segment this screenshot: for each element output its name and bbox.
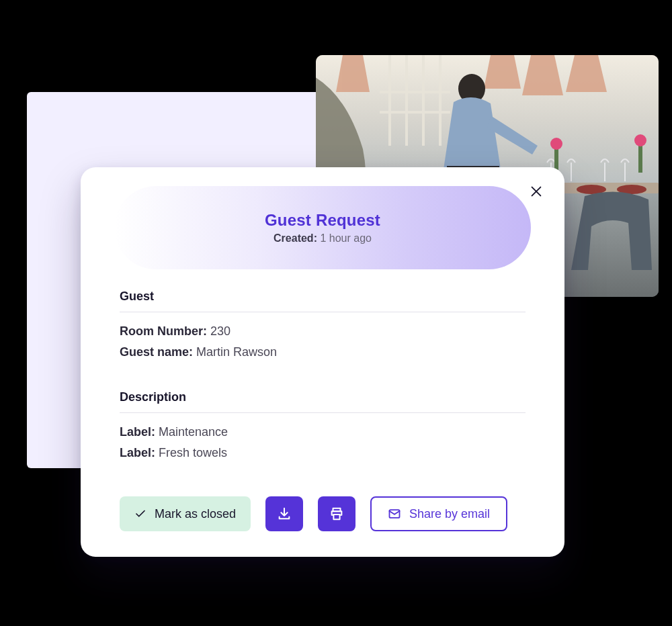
- created-label: Created:: [274, 232, 317, 244]
- room-number-label: Room Number:: [120, 324, 207, 338]
- close-button[interactable]: [527, 182, 546, 201]
- description-row: Label: Maintenance: [120, 425, 526, 439]
- close-icon: [529, 184, 544, 199]
- share-email-label: Share by email: [409, 507, 490, 521]
- mark-closed-button[interactable]: Mark as closed: [120, 496, 251, 531]
- svg-point-13: [550, 138, 562, 150]
- guest-request-card: Guest Request Created: 1 hour ago Guest …: [81, 167, 564, 557]
- description-label: Label:: [120, 425, 155, 439]
- description-section: Description Label: Maintenance Label: Fr…: [120, 390, 526, 460]
- print-button[interactable]: [318, 496, 355, 531]
- dialog-subtitle: Created: 1 hour ago: [274, 232, 372, 244]
- guest-name-row: Guest name: Martin Rawson: [120, 345, 526, 359]
- description-section-title: Description: [120, 390, 526, 413]
- dialog-body: Guest Room Number: 230 Guest name: Marti…: [103, 269, 542, 460]
- svg-point-15: [634, 134, 646, 146]
- download-icon: [277, 506, 292, 521]
- dialog-title: Guest Request: [265, 211, 380, 230]
- dialog-footer: Mark as closed: [120, 496, 526, 531]
- description-value: Fresh towels: [159, 446, 227, 459]
- mail-icon: [388, 507, 401, 521]
- room-number-value: 230: [210, 324, 230, 338]
- description-label: Label:: [120, 446, 155, 459]
- description-row: Label: Fresh towels: [120, 446, 526, 460]
- mark-closed-label: Mark as closed: [155, 507, 236, 521]
- svg-rect-14: [638, 146, 642, 173]
- check-icon: [134, 508, 146, 520]
- svg-rect-21: [333, 515, 339, 519]
- download-button[interactable]: [265, 496, 303, 531]
- print-icon: [329, 506, 344, 521]
- guest-name-value: Martin Rawson: [196, 345, 277, 359]
- guest-section-title: Guest: [120, 289, 526, 312]
- created-value: 1 hour ago: [320, 232, 372, 244]
- header-pill: Guest Request Created: 1 hour ago: [114, 186, 531, 269]
- guest-name-label: Guest name:: [120, 345, 193, 359]
- guest-section: Guest Room Number: 230 Guest name: Marti…: [120, 289, 526, 359]
- description-value: Maintenance: [159, 425, 228, 439]
- room-number-row: Room Number: 230: [120, 324, 526, 339]
- share-email-button[interactable]: Share by email: [370, 496, 507, 531]
